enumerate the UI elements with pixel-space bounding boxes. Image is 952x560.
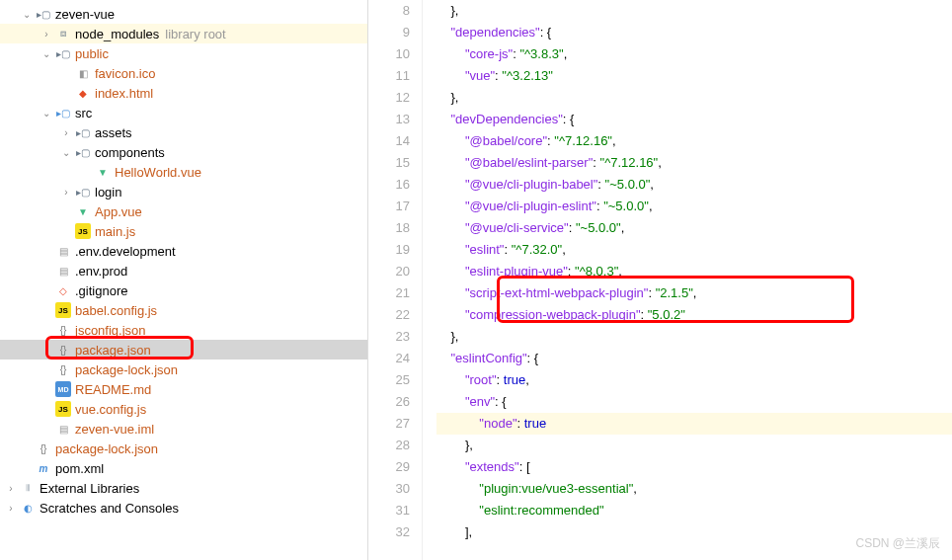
image-icon: ◧ (75, 65, 91, 81)
code-line[interactable]: "@vue/cli-service": "~5.0.0", (436, 217, 952, 239)
tree-scratches[interactable]: ›◐Scratches and Consoles (0, 498, 367, 518)
code-line[interactable]: "eslint-plugin-vue": "^8.0.3", (436, 261, 952, 282)
tree-folder-assets[interactable]: ›▸▢assets (0, 122, 367, 142)
tree-file-packagejson[interactable]: ·{}package.json (0, 340, 367, 360)
tree-file-iml[interactable]: ·▤zeven-vue.iml (0, 419, 367, 439)
code-line[interactable]: "extends": [ (436, 456, 952, 478)
code-line[interactable]: }, (436, 435, 952, 456)
vue-icon: ▼ (95, 164, 111, 180)
js-icon: JS (55, 302, 71, 318)
code-line[interactable]: "@vue/cli-plugin-eslint": "~5.0.0", (436, 196, 952, 217)
tree-folder-root[interactable]: ⌄▸▢zeven-vue (0, 4, 367, 24)
code-line[interactable]: "node": true (436, 413, 952, 435)
tree-folder-public[interactable]: ⌄▸▢public (0, 43, 367, 63)
tree-label: jsconfig.json (75, 323, 146, 338)
tree-folder-src[interactable]: ⌄▸▢src (0, 103, 367, 122)
js-icon: JS (75, 223, 91, 239)
line-number: 13 (368, 109, 410, 130)
code-area[interactable]: }, "dependencies": { "core-js": "^3.8.3"… (423, 0, 952, 560)
code-line[interactable]: "vue": "^3.2.13" (436, 65, 952, 87)
line-number: 24 (368, 348, 410, 369)
code-line[interactable]: "core-js": "^3.8.3", (436, 43, 952, 65)
tree-label: .env.development (75, 244, 176, 259)
code-line[interactable]: "@babel/core": "^7.12.16", (436, 130, 952, 152)
line-number: 32 (368, 521, 410, 543)
tree-label: README.md (75, 382, 151, 397)
tree-file-packagelock2[interactable]: ·{}package-lock.json (0, 360, 367, 379)
line-number: 31 (368, 500, 410, 521)
line-number: 23 (368, 326, 410, 348)
tree-folder-node-modules[interactable]: ›⧈node_moduleslibrary root (0, 24, 367, 43)
tree-file-envdev[interactable]: ·▤.env.development (0, 241, 367, 261)
tree-file-mainjs[interactable]: ·JSmain.js (0, 221, 367, 241)
code-line[interactable]: "script-ext-html-webpack-plugin": "2.1.5… (436, 282, 952, 304)
tree-file-favicon[interactable]: ·◧favicon.ico (0, 63, 367, 83)
tree-file-indexhtml[interactable]: ·◆index.html (0, 83, 367, 103)
tree-label: login (95, 185, 121, 200)
line-number: 10 (368, 43, 410, 65)
tree-folder-components[interactable]: ⌄▸▢components (0, 142, 367, 162)
markdown-icon: MD (55, 381, 71, 397)
tree-file-readme[interactable]: ·MDREADME.md (0, 379, 367, 399)
tree-file-babelcfg[interactable]: ·JSbabel.config.js (0, 300, 367, 320)
chevron-right-icon[interactable]: › (59, 187, 73, 198)
tree-label: public (75, 46, 109, 61)
code-line[interactable]: }, (436, 326, 952, 348)
project-tree[interactable]: ⌄▸▢zeven-vue ›⧈node_moduleslibrary root … (0, 0, 368, 560)
code-line[interactable]: "devDependencies": { (436, 109, 952, 130)
tree-folder-login[interactable]: ›▸▢login (0, 182, 367, 201)
line-number: 29 (368, 456, 410, 478)
code-line[interactable]: "@babel/eslint-parser": "^7.12.16", (436, 152, 952, 174)
chevron-right-icon[interactable]: › (40, 29, 53, 40)
tree-external-libraries[interactable]: ›⫴External Libraries (0, 478, 367, 498)
code-line[interactable]: "compression-webpack-plugin": "5.0.2" (436, 304, 952, 326)
tree-file-packagelock[interactable]: ·{}package-lock.json (0, 439, 367, 458)
tree-file-vuecfg[interactable]: ·JSvue.config.js (0, 399, 367, 419)
code-line[interactable]: "dependencies": { (436, 22, 952, 43)
code-line[interactable]: "env": { (436, 391, 952, 413)
chevron-right-icon[interactable]: › (59, 127, 73, 138)
code-line[interactable]: "eslint:recommended" (436, 500, 952, 521)
tree-label: .env.prod (75, 264, 127, 279)
folder-icon: ▸▢ (75, 184, 91, 200)
json-icon: {} (55, 361, 71, 377)
code-line[interactable]: }, (436, 0, 952, 22)
chevron-down-icon[interactable]: ⌄ (40, 48, 53, 59)
chevron-right-icon[interactable]: › (4, 503, 18, 514)
tree-label: assets (95, 125, 132, 140)
code-line[interactable]: "eslintConfig": { (436, 348, 952, 369)
chevron-right-icon[interactable]: › (4, 483, 18, 494)
tree-label: Scratches and Consoles (40, 501, 179, 516)
scratch-icon: ◐ (20, 500, 36, 516)
line-number: 18 (368, 217, 410, 239)
json-icon: {} (36, 440, 51, 456)
code-line[interactable]: }, (436, 87, 952, 109)
tree-file-envprod[interactable]: ·▤.env.prod (0, 261, 367, 280)
code-line[interactable]: "plugin:vue/vue3-essential", (436, 478, 952, 500)
git-icon: ◇ (55, 282, 71, 298)
line-number: 12 (368, 87, 410, 109)
code-line[interactable]: ], (436, 521, 952, 543)
tree-file-jsconfig[interactable]: ·{}jsconfig.json (0, 320, 367, 340)
folder-icon: ▸▢ (55, 105, 71, 120)
line-number: 11 (368, 65, 410, 87)
tree-file-appvue[interactable]: ·▼App.vue (0, 201, 367, 221)
folder-icon: ▸▢ (75, 144, 91, 160)
line-gutter: 8910111213141516171819202122232425262728… (368, 0, 423, 560)
file-icon: ▤ (55, 421, 71, 437)
code-line[interactable]: "root": true, (436, 369, 952, 391)
tree-file-helloworld[interactable]: ·▼HelloWorld.vue (0, 162, 367, 182)
chevron-down-icon[interactable]: ⌄ (59, 147, 73, 158)
tree-file-gitignore[interactable]: ·◇.gitignore (0, 280, 367, 300)
code-line[interactable]: "@vue/cli-plugin-babel": "~5.0.0", (436, 174, 952, 196)
tree-label: main.js (95, 224, 135, 239)
tree-label: App.vue (95, 204, 142, 219)
file-icon: ▤ (55, 263, 71, 279)
tree-label: zeven-vue (55, 7, 115, 22)
tree-label: .gitignore (75, 283, 127, 298)
code-line[interactable]: "eslint": "^7.32.0", (436, 239, 952, 261)
tree-file-pom[interactable]: ·mpom.xml (0, 458, 367, 478)
chevron-down-icon[interactable]: ⌄ (40, 108, 53, 119)
chevron-down-icon[interactable]: ⌄ (20, 9, 34, 20)
code-editor[interactable]: 8910111213141516171819202122232425262728… (368, 0, 952, 560)
